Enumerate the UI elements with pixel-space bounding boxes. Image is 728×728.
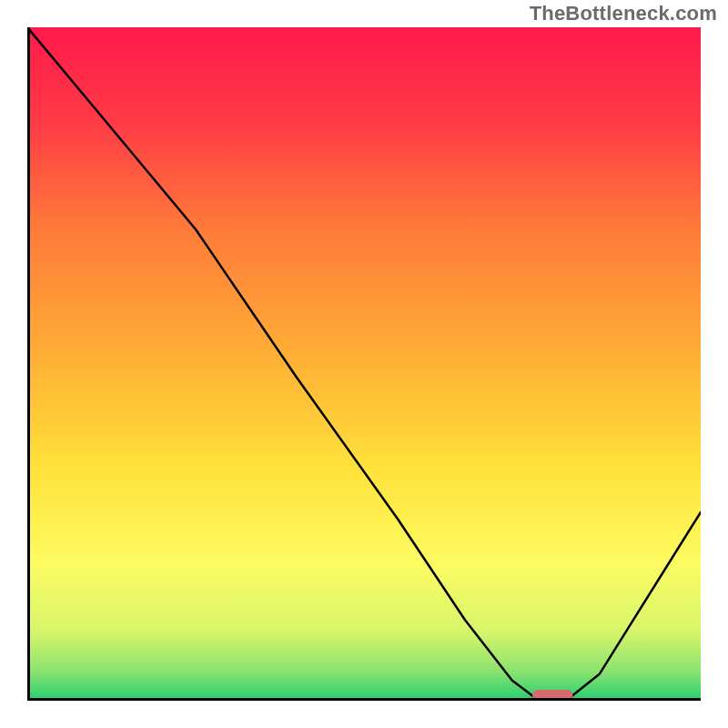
- chart-container: TheBottleneck.com: [0, 0, 728, 728]
- watermark-text: TheBottleneck.com: [530, 2, 717, 25]
- gradient-rect: [30, 27, 701, 698]
- plot-area: [27, 27, 701, 701]
- chart-svg: [27, 27, 701, 701]
